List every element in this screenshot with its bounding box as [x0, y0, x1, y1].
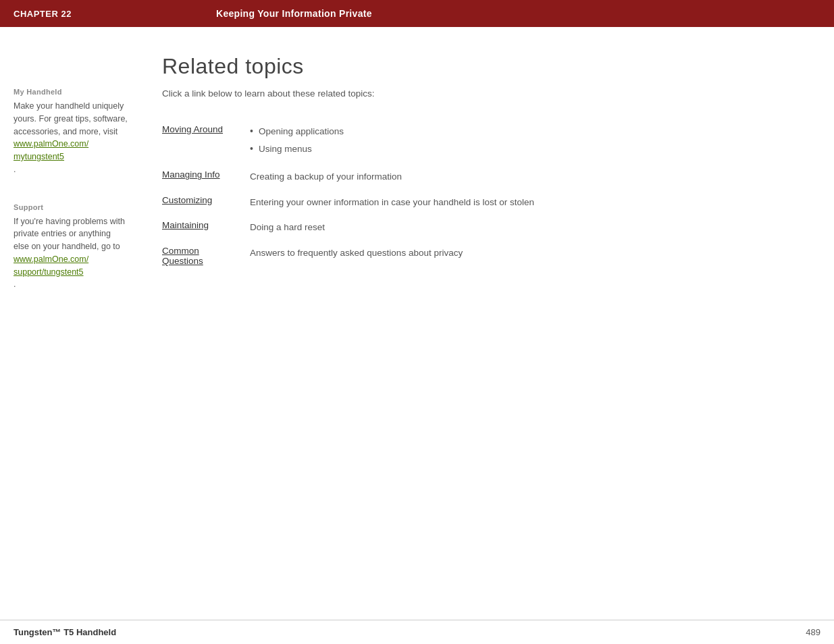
topic-row-3: MaintainingDoing a hard reset — [162, 215, 820, 240]
topic-link-1[interactable]: Managing Info — [162, 169, 220, 180]
topic-link-cell-4: Common Questions — [162, 240, 250, 271]
sidebar-section2-title: Support — [14, 203, 128, 211]
topic-link-2[interactable]: Customizing — [162, 195, 212, 205]
main-content: Related topics Click a link below to lea… — [149, 54, 820, 581]
topic-desc-cell-0: •Opening applications•Using menus — [250, 119, 820, 164]
bullet-item: •Using menus — [250, 142, 814, 157]
topic-desc-cell-4: Answers to frequently asked questions ab… — [250, 240, 820, 271]
topic-row-4: Common QuestionsAnswers to frequently as… — [162, 240, 820, 271]
header-chapter: CHAPTER 22 — [14, 9, 216, 19]
topic-link-4[interactable]: Common Questions — [162, 246, 236, 266]
sidebar-link-palmonemytung1[interactable]: www.palmOne.com/ — [14, 138, 128, 151]
sidebar-link-palmone-support2[interactable]: support/tungstent5 — [14, 266, 128, 279]
sidebar-link-palmonemytung2[interactable]: mytungstent5 — [14, 151, 128, 163]
topic-desc-cell-3: Doing a hard reset — [250, 215, 820, 240]
sidebar-section1-title: My Handheld — [14, 88, 128, 96]
footer-brand: Tungsten™ T5 Handheld — [14, 627, 116, 637]
topics-tbody: Moving Around•Opening applications•Using… — [162, 119, 820, 271]
page-heading: Related topics — [162, 54, 820, 79]
topic-link-cell-3: Maintaining — [162, 215, 250, 240]
topic-link-cell-2: Customizing — [162, 190, 250, 215]
sidebar: My Handheld Make your handheld uniquely … — [14, 54, 149, 581]
sidebar-section2-text: If you're having problems with private e… — [14, 215, 128, 292]
topics-table: Moving Around•Opening applications•Using… — [162, 119, 820, 271]
bullet-text: Opening applications — [259, 124, 344, 139]
topic-row-0: Moving Around•Opening applications•Using… — [162, 119, 820, 164]
page-body: My Handheld Make your handheld uniquely … — [0, 27, 834, 608]
topic-link-3[interactable]: Maintaining — [162, 220, 209, 230]
topic-row-1: Managing InfoCreating a backup of your i… — [162, 164, 820, 190]
bullet-text: Using menus — [259, 142, 312, 157]
topic-desc-cell-2: Entering your owner information in case … — [250, 190, 820, 215]
topic-link-0[interactable]: Moving Around — [162, 124, 223, 134]
bullet-dot: • — [250, 124, 253, 138]
bullet-dot: • — [250, 142, 253, 156]
bullet-item: •Opening applications — [250, 124, 814, 139]
topic-desc-cell-1: Creating a backup of your information — [250, 164, 820, 190]
footer-page-number: 489 — [806, 627, 820, 637]
topic-row-2: CustomizingEntering your owner informati… — [162, 190, 820, 215]
topic-link-cell-1: Managing Info — [162, 164, 250, 190]
footer: Tungsten™ T5 Handheld 489 — [0, 620, 834, 644]
sidebar-section1-text: Make your handheld uniquely yours. For g… — [14, 100, 128, 176]
sidebar-link-palmone-support1[interactable]: www.palmOne.com/ — [14, 253, 128, 266]
topic-link-cell-0: Moving Around — [162, 119, 250, 164]
header-bar: CHAPTER 22 Keeping Your Information Priv… — [0, 0, 834, 27]
intro-text: Click a link below to learn about these … — [162, 88, 820, 99]
header-title: Keeping Your Information Private — [216, 8, 372, 19]
